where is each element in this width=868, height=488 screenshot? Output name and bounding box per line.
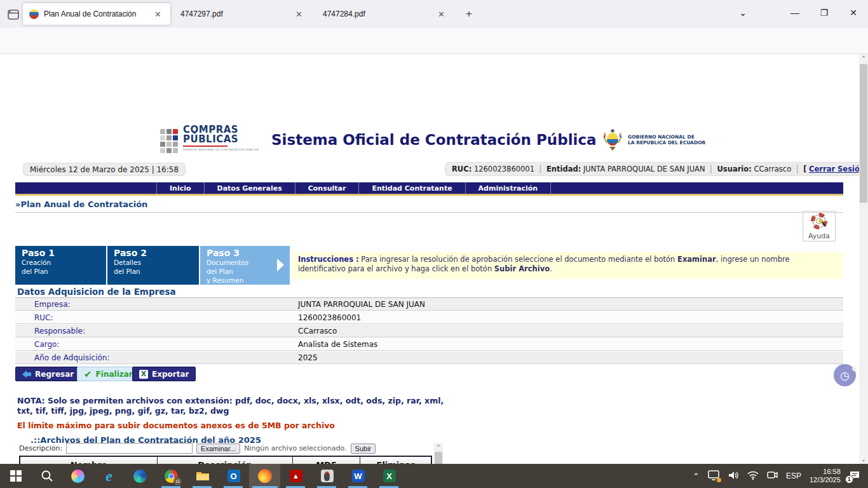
inner-scrollbar[interactable]: ⌃ ⌄ <box>434 443 443 464</box>
page-scrollbar[interactable]: ⌃ ⌄ <box>859 54 868 464</box>
screen: Plan Anual de Contratación ✕ 4747297.pdf… <box>0 0 868 488</box>
check-icon: ✔ <box>84 369 92 380</box>
gov-line2: LA REPUBLICA DEL ECUADOR <box>628 140 705 146</box>
main-menu: Inicio Datos Generales Consultar Entidad… <box>15 182 843 194</box>
tray-clock[interactable]: 16:58 12/3/2025 <box>810 468 841 484</box>
tray-language[interactable]: ESP <box>786 471 801 480</box>
tray-meet-now-icon[interactable] <box>767 470 778 482</box>
restore-button[interactable]: ❐ <box>810 0 839 25</box>
compras-publicas-logo: COMPRAS PÚBLICAS SERVICIO NACIONAL DE CO… <box>160 125 259 153</box>
scroll-up-icon[interactable]: ⌃ <box>859 54 868 63</box>
step-3-active: Paso 3 Documentos del Plan y Resumen <box>200 246 290 285</box>
close-button[interactable]: ✕ <box>839 0 868 25</box>
taskbar-word-icon[interactable]: W <box>342 464 374 488</box>
tab-close-icon[interactable]: ✕ <box>293 8 305 20</box>
session-info-box: RUC: 1260023860001 │ Entidad: JUNTA PARR… <box>445 162 859 176</box>
tab-close-icon[interactable]: ✕ <box>435 8 447 20</box>
limite-text: El límite máximo para subir documentos a… <box>17 421 335 430</box>
step-1: Paso 1 Creación del Plan <box>15 246 106 285</box>
menu-accent-line <box>15 194 843 196</box>
menu-entidad-contratante[interactable]: Entidad Contratante <box>359 182 465 194</box>
files-header-row: Nombre Descripción MD5 Eliminar <box>20 456 431 464</box>
regresar-button[interactable]: Regresar <box>15 367 81 381</box>
ecuador-coat-of-arms-icon <box>601 128 624 152</box>
usuario-label: Usuario: <box>717 165 752 173</box>
datos-row-responsable: Responsable:CCarrasco <box>15 325 843 337</box>
gov-line1: GOBIERNO NACIONAL DE <box>628 134 705 140</box>
taskbar-chrome-icon[interactable]: G <box>156 464 187 488</box>
taskbar-excel-icon[interactable]: X <box>374 464 405 488</box>
examinar-button[interactable]: Examinar... <box>196 444 240 454</box>
browser-toolbar: ← → ⟳ https://www.compraspublicas.gob.ec… <box>0 28 868 54</box>
step-2: Paso 2 Detalles del Plan <box>107 246 199 285</box>
files-table: Nombre Descripción MD5 Eliminar Resoluci… <box>19 456 432 464</box>
logo-line2: PÚBLICAS <box>183 135 259 144</box>
datos-section-title: Datos Adquisicion de la Empresa <box>17 287 176 297</box>
finalizar-button[interactable]: ✔ Finalizar <box>77 367 140 381</box>
subir-button[interactable]: Subir <box>351 444 376 454</box>
tab-title: 4747297.pdf <box>180 10 288 18</box>
taskbar-outlook-icon[interactable]: O <box>218 464 249 488</box>
tab-list-dropdown-icon[interactable]: ⌄ <box>728 0 757 25</box>
descripcion-input[interactable] <box>66 443 193 454</box>
ruc-value: 1260023860001 <box>474 165 534 173</box>
minimize-button[interactable]: — <box>780 0 810 25</box>
menu-inicio[interactable]: Inicio <box>156 182 205 194</box>
tray-wifi-icon[interactable] <box>747 471 759 482</box>
ayuda-label: Ayuda <box>803 232 835 240</box>
menu-datos-generales[interactable]: Datos Generales <box>205 182 295 194</box>
usuario-value: CCarrasco <box>754 165 791 173</box>
instructions-box: Instrucciones : Para ingresar la resoluc… <box>293 252 843 279</box>
menu-consultar[interactable]: Consultar <box>295 182 360 194</box>
breadcrumb: »Plan Anual de Contratación <box>15 200 843 213</box>
exportar-button[interactable]: X Exportar <box>132 367 196 381</box>
tray-display-icon[interactable] <box>708 470 719 482</box>
cerrar-sesion-link[interactable]: Cerrar Sesión <box>809 165 859 173</box>
datos-row-empresa: Empresa:JUNTA PARROQUIAL DE SAN JUAN <box>15 298 843 311</box>
ayuda-button[interactable]: Ayuda <box>803 211 836 241</box>
tab-close-icon[interactable]: ✕ <box>152 8 164 20</box>
datos-row-anio: Año de Adquisición:2025 <box>15 351 843 364</box>
taskbar-copilot-icon[interactable] <box>62 464 93 488</box>
gobierno-logo: GOBIERNO NACIONAL DE LA REPUBLICA DEL EC… <box>601 128 705 152</box>
new-tab-button[interactable]: + <box>460 5 478 23</box>
tab-plan-anual[interactable]: Plan Anual de Contratación ✕ <box>23 3 170 25</box>
start-button[interactable] <box>0 464 31 488</box>
firefox-view-icon[interactable] <box>5 6 22 23</box>
tab-title: 4747284.pdf <box>323 10 430 18</box>
tab-pdf-4747284[interactable]: 4747284.pdf ✕ <box>316 3 454 25</box>
tab-title: Plan Anual de Contratación <box>44 10 147 18</box>
page-speed-overlay-icon[interactable]: ◷ <box>834 364 856 386</box>
no-file-text: Ningún archivo seleccionado. <box>244 444 346 452</box>
datos-row-cargo: Cargo:Analista de Sistemas <box>15 338 843 351</box>
taskbar-edge-icon[interactable] <box>125 464 156 488</box>
taskbar-search-icon[interactable] <box>31 464 62 488</box>
entidad-value: JUNTA PARROQUIAL DE SAN JUAN <box>583 165 705 173</box>
scroll-up-icon[interactable]: ⌃ <box>434 443 443 452</box>
system-tray: ⌃ ESP 16:58 12/3/2025 1 <box>693 464 860 488</box>
step-arrow-icon <box>277 259 284 271</box>
excel-icon: X <box>139 370 148 379</box>
tray-volume-icon[interactable] <box>728 470 739 482</box>
logo-tagline: SERVICIO NACIONAL DE CONTRATACIÓN PÚBLIC… <box>183 148 259 151</box>
taskbar-firefox-icon[interactable] <box>249 464 280 488</box>
tab-pdf-4747297[interactable]: 4747297.pdf ✕ <box>174 3 311 25</box>
webpage: COMPRAS PÚBLICAS SERVICIO NACIONAL DE CO… <box>0 54 859 464</box>
descripcion-label: Descripción: <box>19 444 62 452</box>
date-time-box: Miércoles 12 de Marzo de 2025 | 16:58 <box>23 163 186 176</box>
upload-row: Descripción: Examinar... Ningún archivo … <box>19 443 376 454</box>
ruc-label: RUC: <box>452 165 471 173</box>
taskbar-file-explorer-icon[interactable] <box>187 464 218 488</box>
taskbar-java-app-icon[interactable] <box>311 464 342 488</box>
menu-administracion[interactable]: Administración <box>466 182 552 194</box>
page-title: Sistema Oficial de Contratación Pública <box>271 132 597 148</box>
taskbar-internet-explorer-icon[interactable]: e <box>93 464 125 488</box>
datos-row-ruc: RUC:1260023860001 <box>15 311 843 324</box>
help-lifering-icon <box>811 213 827 229</box>
tray-notifications-icon[interactable]: 1 <box>849 470 860 482</box>
entidad-label: Entidad: <box>546 165 581 173</box>
taskbar-acrobat-icon[interactable]: ▲ <box>280 464 311 488</box>
tray-chevron-icon[interactable]: ⌃ <box>693 471 700 481</box>
scroll-down-icon[interactable]: ⌄ <box>859 455 868 464</box>
notification-badge: 1 <box>845 475 853 484</box>
